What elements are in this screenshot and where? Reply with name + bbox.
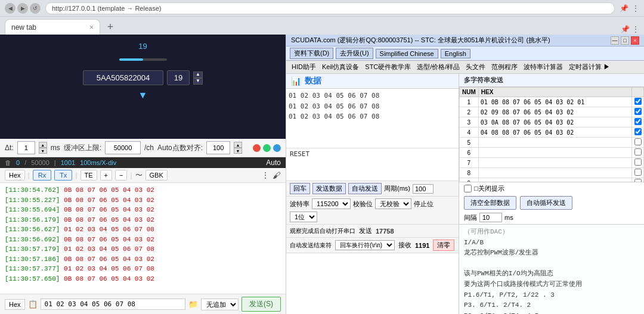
menu-timer-calc[interactable]: 定时器计算 ▶ [566,61,613,73]
row-hex[interactable] [478,168,631,178]
clear-recv-btn[interactable]: 清零 [433,240,454,251]
back-btn[interactable]: ◀ [5,3,16,14]
signal-hex-input[interactable] [83,70,163,85]
menu-stc-hw[interactable]: STC硬件教学库 [362,61,414,73]
row-check[interactable] [632,117,644,128]
more-btn[interactable]: ⋮ [261,170,270,180]
gbk-btn[interactable]: GBK [145,170,168,181]
menu-select[interactable]: 选型/价格/样品 [414,61,463,73]
win-close-btn[interactable]: × [631,36,639,45]
row-check[interactable] [632,138,644,148]
file-icon-btn[interactable]: 📁 [188,300,198,309]
row-hex[interactable]: 01 0B 08 07 06 05 04 03 02 01 [478,97,631,107]
row-hex[interactable]: 03 0A 08 07 06 05 04 03 02 [478,117,631,128]
row-hex[interactable] [478,138,631,148]
auto-loop-btn[interactable]: 自动循环发送 [520,196,572,210]
minus-btn[interactable]: − [115,170,127,181]
win-max-btn[interactable]: □ [621,36,629,45]
nav-english-btn[interactable]: English [441,49,470,58]
rx-btn[interactable]: Rx [33,170,51,181]
auto-input[interactable] [206,141,230,154]
row-hex[interactable] [478,178,631,183]
row-checkbox[interactable] [634,128,642,135]
win-min-btn[interactable]: — [611,36,619,45]
more-icon[interactable]: ⋮ [632,4,639,13]
row-hex[interactable]: 02 09 08 07 06 05 04 03 02 [478,107,631,117]
row-check[interactable] [632,128,644,138]
num-down-btn[interactable]: ▼ [193,78,203,85]
nav-download-btn[interactable]: 资料下载(D) [290,48,333,59]
nav-simplified-btn[interactable]: Simplified Chinese [376,49,438,58]
multi-send-table[interactable]: NUM HEX 1 01 0B 08 07 06 05 04 03 02 01 … [459,87,644,182]
plus-btn[interactable]: + [100,170,112,181]
row-check[interactable] [632,158,644,168]
tab-more-icon[interactable]: ⋮ [632,25,639,33]
row-hex[interactable]: 04 08 08 07 06 05 04 03 02 [478,128,631,138]
refresh-btn[interactable]: ↺ [30,3,41,14]
clipboard-icon[interactable]: 📋 [28,300,38,309]
auto-up-btn[interactable]: ▲ [234,142,242,148]
row-check[interactable] [632,97,644,107]
new-tab-btn[interactable]: + [103,19,118,35]
format-btn[interactable]: Hex [5,299,25,310]
dt-up-btn[interactable]: ▲ [39,142,47,148]
brush-btn[interactable]: 🖌 [273,170,281,180]
nav-upgrade-btn[interactable]: 去升级(U) [336,48,373,59]
hint-checkbox[interactable] [464,185,472,192]
signal-num-input[interactable] [167,70,190,85]
buffer-input[interactable] [105,141,141,154]
stop-select[interactable]: 1位 [290,212,317,222]
menu-headers[interactable]: 头文件 [463,61,488,73]
reset-area[interactable]: RESET [286,148,459,181]
row-checkbox[interactable] [634,169,642,176]
end-select[interactable]: 回车换行符(\r\n) [335,240,395,250]
trash-icon[interactable]: 🗑 [5,159,11,166]
delta-t-input[interactable] [17,141,35,154]
huiche-btn[interactable]: 回车 [290,183,310,194]
data-log[interactable]: [11:30:54.762] 0B 08 07 06 05 04 03 02[1… [0,183,286,294]
address-bar[interactable]: http://127.0.0.1 (template → Release) [45,2,615,14]
menu-examples[interactable]: 范例程序 [488,61,521,73]
row-check[interactable] [632,178,644,183]
send-btn[interactable]: 发送(S) [242,297,281,312]
auto-down-btn[interactable]: ▼ [234,148,242,154]
zhouqi-input[interactable] [413,184,434,194]
te-btn[interactable]: TE [80,170,97,181]
row-checkbox[interactable] [634,108,642,115]
hex-input-field[interactable] [41,299,185,310]
tx-btn[interactable]: Tx [54,170,72,181]
no-add-select[interactable]: 无追加 [201,299,239,310]
dt-down-btn[interactable]: ▼ [39,148,47,154]
row-checkbox[interactable] [634,118,642,125]
active-tab[interactable]: new tab × [5,19,100,35]
pin-icon[interactable]: 📌 [620,4,628,13]
right-text-area[interactable]: （可用作DAC）I/A/B龙芯控制PWM波形/发生器 该与PWM相关的I/O均为… [459,225,644,314]
clear-all-btn[interactable]: 清空全部数据 [464,196,516,210]
hex-display[interactable]: 01 02 03 04 05 06 07 0801 02 03 04 05 06… [286,89,459,148]
row-check[interactable] [632,148,644,158]
check-select[interactable]: 无校验 [375,198,411,209]
row-checkbox[interactable] [634,148,642,156]
toolbar: Hex | Rx Tx | TE + − | 〜 GBK ⋮ 🖌 [0,168,286,183]
row-checkbox[interactable] [634,98,642,105]
row-checkbox[interactable] [634,158,642,166]
row-check[interactable] [632,107,644,117]
menu-keil[interactable]: Keil仿真设备 [319,61,362,73]
pin-tab-icon[interactable]: 📌 [621,25,630,33]
hex-btn[interactable]: Hex [5,170,25,181]
text-line: P3. 6/T1. 2/T4. 2 [464,300,639,311]
zidong-btn[interactable]: 自动发送 [348,183,382,194]
row-check[interactable] [632,168,644,178]
tab-close-btn[interactable]: × [89,23,94,32]
menu-baud-calc[interactable]: 波特率计算器 [521,61,566,73]
row-checkbox[interactable] [634,138,642,145]
row-hex[interactable] [478,158,631,168]
interval-input[interactable] [479,213,502,222]
log-line: [11:30:57.186] 0B 08 07 06 05 04 03 02 [5,254,281,265]
num-up-btn[interactable]: ▲ [193,71,203,78]
forward-btn[interactable]: ▶ [17,3,28,14]
baud-select[interactable]: 115200 [312,198,351,209]
menu-hid[interactable]: HID助手 [289,61,319,73]
row-hex[interactable] [478,148,631,158]
fasong-btn[interactable]: 发送数据 [312,183,346,194]
